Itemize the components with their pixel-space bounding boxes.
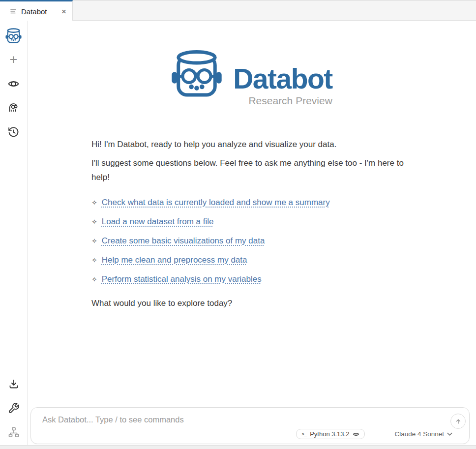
arrow-up-icon (454, 418, 462, 425)
databot-logo-icon (171, 45, 222, 100)
composer-meta: >_ Python 3.13.2 Claude 4 Sonnet (296, 429, 452, 439)
sidebar-bottom-icons (5, 376, 22, 441)
tools-button[interactable] (5, 400, 22, 417)
eye-icon (7, 78, 20, 90)
wrench-icon (8, 402, 20, 414)
intro-text: I'll suggest some questions below. Feel … (91, 156, 421, 184)
send-button[interactable] (450, 414, 466, 429)
chevron-down-icon (447, 432, 452, 436)
history-clock-icon (7, 126, 20, 138)
database-button[interactable] (5, 99, 22, 116)
brand-title: Databot (233, 65, 332, 93)
composer: >_ Python 3.13.2 Claude 4 Sonnet (30, 407, 470, 444)
workflow-button[interactable] (5, 424, 22, 441)
tab-databot[interactable]: Databot × (0, 0, 73, 21)
sidebar-item-databot[interactable] (5, 27, 22, 44)
sidebar: + (0, 21, 28, 445)
brand-subtitle: Research Preview (248, 95, 332, 107)
list-item: ✧ Perform statistical analysis on my var… (91, 269, 421, 289)
composer-input[interactable] (42, 415, 439, 424)
logo-text-block: Databot Research Preview (233, 65, 332, 107)
python-env-chip[interactable]: >_ Python 3.13.2 (296, 429, 365, 439)
suggestion-link-visualizations[interactable]: Create some basic visualizations of my d… (102, 234, 265, 248)
databot-logo: Databot Research Preview (28, 21, 476, 107)
sparkle-icon: ✧ (91, 253, 97, 268)
suggestion-link-statistical-analysis[interactable]: Perform statistical analysis on my varia… (102, 272, 262, 286)
sparkle-icon: ✧ (91, 234, 97, 248)
sparkle-icon: ✧ (91, 272, 97, 287)
greeting-text: Hi! I'm Databot, ready to help you analy… (91, 137, 421, 151)
sidebar-top-icons: + (5, 27, 22, 140)
list-item: ✧ Help me clean and preprocess my data (91, 250, 421, 269)
chat-panel: Databot Research Preview Hi! I'm Databot… (28, 21, 476, 445)
plus-icon: + (10, 53, 18, 66)
window-bottom-edge (0, 445, 476, 449)
sitemap-icon (8, 426, 20, 438)
assistant-message: Hi! I'm Databot, ready to help you analy… (91, 137, 421, 310)
new-chat-button[interactable]: + (5, 51, 22, 68)
history-button[interactable] (5, 123, 22, 140)
eye-icon (353, 431, 359, 438)
model-label: Claude 4 Sonnet (394, 430, 444, 438)
suggestion-link-data-summary[interactable]: Check what data is currently loaded and … (102, 195, 330, 210)
closing-text: What would you like to explore today? (91, 296, 421, 310)
download-button[interactable] (5, 376, 22, 392)
close-icon[interactable]: × (61, 7, 66, 16)
databot-robot-icon (5, 27, 22, 44)
download-icon (8, 378, 20, 390)
model-selector[interactable]: Claude 4 Sonnet (394, 430, 452, 438)
list-item: ✧ Create some basic visualizations of my… (91, 231, 421, 250)
elephant-icon (7, 102, 20, 114)
tab-label: Databot (21, 7, 47, 16)
list-item: ✧ Check what data is currently loaded an… (91, 193, 421, 212)
python-env-label: Python 3.13.2 (310, 430, 349, 438)
view-data-button[interactable] (5, 75, 22, 92)
list-lines-icon (10, 8, 17, 15)
suggestion-link-load-dataset[interactable]: Load a new dataset from a file (102, 214, 214, 229)
list-item: ✧ Load a new dataset from a file (91, 212, 421, 231)
sparkle-icon: ✧ (91, 196, 97, 210)
suggestion-link-clean-preprocess[interactable]: Help me clean and preprocess my data (102, 253, 247, 267)
terminal-icon: >_ (301, 431, 306, 437)
sparkle-icon: ✧ (91, 215, 97, 229)
suggestion-list: ✧ Check what data is currently loaded an… (91, 193, 421, 289)
tab-bar: Databot × (0, 0, 476, 21)
